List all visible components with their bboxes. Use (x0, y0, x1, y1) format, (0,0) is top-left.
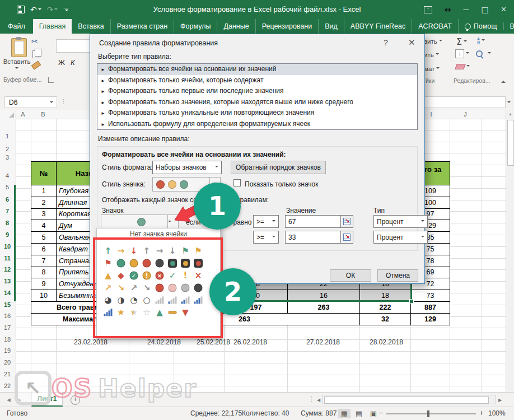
iconset-circle-dark-icon[interactable] (194, 284, 203, 292)
iconset-star-full-icon[interactable]: ★ (117, 309, 124, 317)
maximize-button[interactable]: □ (481, 5, 488, 14)
splitter-dots-icon[interactable]: ⋮ (309, 395, 315, 403)
delete-cells-button[interactable]: ить (424, 52, 439, 58)
no-cell-icon-option[interactable]: Нет значка ячейки (97, 228, 220, 240)
scroll-right-icon[interactable]: ▶ (498, 398, 502, 403)
column-header-I[interactable]: I (430, 110, 432, 119)
row-header-1[interactable]: 1 (0, 133, 15, 139)
iconset-diamond-red-icon[interactable]: ◆ (118, 272, 124, 280)
format-style-select[interactable]: Наборы значков (152, 161, 222, 174)
iconset-circle-silver-icon[interactable] (181, 284, 190, 292)
cut-icon[interactable]: ✂ (31, 37, 38, 46)
iconset-excl-gold-icon[interactable]: ! (184, 272, 188, 280)
column-header-B[interactable]: B (41, 110, 45, 119)
ribbon-display-options-icon[interactable]: ↑ (424, 6, 432, 13)
cell-num[interactable]: 4 (31, 220, 57, 232)
sort-filter-button[interactable]: АЯ (477, 37, 485, 45)
dialog-help-button[interactable]: ? (384, 38, 388, 47)
iconset-arrow-upright-gold-icon[interactable]: ↗ (105, 284, 112, 292)
date-label[interactable]: 25.02.2018 (197, 338, 230, 346)
iconset-bars-1-icon[interactable] (169, 297, 177, 304)
tab-9[interactable]: ACROBAT (412, 19, 459, 34)
row-header-14[interactable]: 14 (0, 290, 15, 296)
insert-cells-button[interactable]: вить (424, 38, 442, 45)
page-break-view-button[interactable]: ▣ (367, 409, 380, 418)
zoom-slider-thumb[interactable] (427, 410, 429, 417)
row-header-10[interactable]: 10 (0, 243, 15, 250)
rule-type-item[interactable]: ►Использовать формулу для определения фо… (97, 119, 417, 130)
normal-view-button[interactable]: ▦ (338, 409, 351, 418)
iconset-bars-3-icon[interactable] (194, 297, 203, 304)
iconset-arrow-down-red-icon[interactable]: ↓ (130, 247, 138, 255)
horizontal-scrollbar[interactable] (323, 395, 496, 404)
find-select-button[interactable] (476, 50, 491, 57)
iconset-quarters-1-icon[interactable] (130, 321, 138, 329)
iconset-quarters-3-icon[interactable] (104, 321, 113, 329)
operator-select-1[interactable]: >= (253, 215, 279, 228)
row-header-2[interactable]: 2 (0, 146, 15, 152)
row-header-22[interactable]: 22 (0, 382, 15, 389)
collapse-ribbon-icon[interactable] (501, 78, 506, 83)
value-input-2[interactable]: 33↘ (285, 231, 353, 244)
iconset-flag-red-icon[interactable]: ⚑ (104, 259, 111, 268)
iconset-circle-red-icon[interactable] (143, 259, 151, 268)
cell-num[interactable]: 3 (31, 208, 57, 221)
operator-select-2[interactable]: >= (253, 231, 279, 244)
italic-button[interactable]: К (71, 58, 81, 67)
iconset-arrow-downright-gray-icon[interactable]: ↘ (143, 284, 151, 292)
dialog-launcher-icon[interactable] (48, 77, 54, 83)
iconset-traffic-red-icon[interactable] (194, 259, 203, 268)
iconset-pie50-icon[interactable]: ◑ (117, 296, 124, 305)
row-header-12[interactable]: 12 (0, 266, 15, 273)
paste-button[interactable]: Вставить (1, 58, 32, 72)
tab-1[interactable]: Главная (33, 19, 72, 34)
rule-type-item[interactable]: ►Форматировать все ячейки на основании и… (97, 64, 417, 75)
iconset-flag-gold-icon[interactable]: ⚑ (194, 247, 202, 255)
iconset-circle-check-green-icon[interactable]: ✓ (130, 272, 138, 280)
iconset-arrow-right-gold-icon[interactable]: → (118, 247, 125, 255)
value-input-1[interactable]: 67↘ (285, 215, 353, 228)
vertical-scroll-thumb[interactable] (507, 120, 514, 166)
iconset-pie0-icon[interactable]: ○ (143, 296, 150, 305)
rule-type-item[interactable]: ►Форматировать только значения, которые … (97, 97, 417, 108)
iconset-arrow-up-green-icon[interactable]: ↑ (105, 247, 112, 255)
iconset-star-half-icon[interactable]: ★ (130, 309, 137, 317)
selection-fill-handle[interactable] (409, 299, 414, 304)
date-label[interactable]: 26.02.2018 (233, 338, 267, 346)
date-label[interactable]: 27.02.2018 (306, 338, 340, 346)
totals-value[interactable]: 263 (287, 301, 360, 314)
iconset-circle-pink-icon[interactable] (169, 284, 177, 292)
iconset-triangle-up-gold-icon[interactable]: ▲ (105, 272, 111, 280)
iconset-quarters-2-icon[interactable] (117, 321, 125, 329)
format-button[interactable]: мат (424, 66, 440, 72)
rule-type-item[interactable]: ►Форматировать только уникальные или пов… (97, 108, 417, 119)
iconset-quarters-4-icon[interactable] (194, 309, 203, 317)
autosum-button[interactable]: Σ (456, 36, 467, 47)
iconset-triangle-down-red-icon[interactable]: ▼ (182, 309, 189, 317)
totals-value[interactable]: 887 (410, 301, 450, 314)
row-header-13[interactable]: 13 (0, 278, 15, 284)
row-header-3[interactable]: 3 (0, 154, 15, 161)
iconset-traffic-gold-icon[interactable] (181, 259, 190, 268)
iconset-bars-2-icon[interactable] (181, 297, 190, 304)
rule-type-item[interactable]: ►Форматировать только первые или последн… (97, 86, 417, 97)
row-header-5[interactable]: 5 (0, 184, 15, 190)
tab-3[interactable]: Разметка стран (111, 19, 174, 34)
iconset-arrow-downright-gold-icon[interactable]: ↘ (118, 284, 125, 292)
cell-year-total[interactable]: 73 (410, 290, 450, 302)
iconset-circle-dark-icon[interactable] (156, 259, 164, 268)
sign-in-button[interactable]: Вход (504, 22, 514, 30)
iconset-flag-green-icon[interactable]: ⚑ (181, 247, 189, 255)
tab-2[interactable]: Вставка (72, 19, 110, 34)
tab-7[interactable]: Вид (319, 19, 344, 34)
copy-icon[interactable] (32, 50, 39, 58)
iconset-circle-gold-icon[interactable] (130, 259, 138, 268)
tab-help[interactable]: Помощ (459, 22, 504, 30)
scroll-up-icon[interactable]: ▲ (508, 112, 512, 116)
icon-select-dropdown[interactable] (101, 214, 179, 229)
iconset-bars-4-icon[interactable] (104, 309, 113, 316)
iconset-arrow-down-gray-icon[interactable]: ↓ (169, 247, 176, 255)
row-header-9[interactable]: 9 (0, 231, 15, 238)
fill-button[interactable]: ↓ (455, 49, 469, 58)
name-box[interactable]: D6 (4, 96, 57, 108)
